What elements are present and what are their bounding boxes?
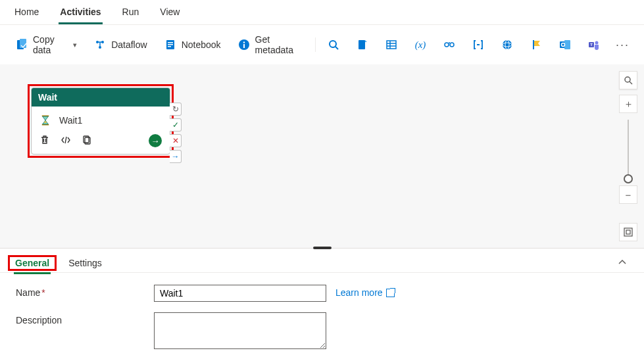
svg-point-37	[625, 77, 630, 82]
dataflow-label: Dataflow	[111, 39, 147, 50]
copy-activity-button[interactable]	[82, 135, 92, 147]
delete-activity-button[interactable]	[39, 135, 50, 147]
svg-point-23	[503, 40, 512, 49]
failure-handle[interactable]: ✕	[170, 134, 182, 147]
get-metadata-label: Get metadata	[255, 34, 303, 55]
flag-icon	[530, 39, 542, 51]
get-metadata-button[interactable]: Get metadata	[232, 30, 310, 59]
properties-panel: General Settings Name* Learn more Descri…	[0, 249, 644, 359]
name-label: Name*	[16, 285, 154, 298]
svg-point-10	[243, 41, 244, 43]
panel-tab-bar: General Settings	[0, 249, 644, 273]
activity-name: Wait1	[59, 115, 82, 126]
script-button[interactable]	[350, 35, 375, 55]
svg-rect-15	[387, 41, 396, 49]
ml-icon	[443, 39, 455, 51]
info-icon	[238, 39, 250, 51]
semantic-model-button[interactable]	[524, 35, 549, 55]
tab-general[interactable]: General	[14, 254, 51, 274]
svg-rect-1	[20, 39, 26, 48]
toolbar-divider	[315, 37, 316, 52]
svg-line-13	[335, 47, 338, 49]
zoom-slider-thumb[interactable]	[624, 174, 633, 183]
svg-line-38	[630, 82, 632, 84]
functions-button[interactable]	[466, 35, 491, 55]
variable-icon: (x)	[414, 39, 426, 51]
collapse-panel-button[interactable]	[612, 255, 632, 272]
view-code-button[interactable]	[61, 135, 71, 147]
chevron-down-icon: ▾	[73, 41, 77, 49]
dataflow-icon	[94, 39, 106, 51]
zoom-out-button[interactable]: −	[619, 185, 637, 204]
tab-home[interactable]: Home	[13, 7, 40, 24]
activity-type-header: Wait	[32, 88, 170, 107]
brackets-icon	[472, 39, 484, 51]
tab-activities[interactable]: Activities	[59, 7, 102, 24]
notebook-button[interactable]: Notebook	[158, 35, 228, 55]
tab-view[interactable]: View	[159, 7, 181, 24]
outlook-button[interactable]	[553, 35, 578, 55]
canvas-search-button[interactable]	[619, 71, 637, 89]
copy-data-label: Copy data	[33, 34, 68, 55]
description-textarea[interactable]	[154, 312, 326, 349]
svg-rect-39	[624, 228, 632, 236]
svg-text:T: T	[590, 43, 593, 47]
globe-icon	[501, 39, 513, 51]
completion-handle[interactable]: ↻	[170, 103, 182, 116]
description-label: Description	[16, 312, 154, 325]
fit-to-screen-button[interactable]	[619, 223, 637, 241]
more-button[interactable]: ···	[610, 38, 635, 52]
teams-button[interactable]: T	[582, 35, 607, 55]
notebook-label: Notebook	[182, 39, 221, 50]
search-icon	[328, 39, 339, 51]
general-tab-highlight: General	[8, 255, 57, 271]
tab-run[interactable]: Run	[121, 7, 141, 24]
learn-more-link[interactable]: Learn more	[335, 285, 395, 298]
svg-point-21	[449, 42, 450, 43]
panel-resize-handle[interactable]	[313, 247, 332, 249]
required-indicator: *	[41, 287, 45, 298]
variable-button[interactable]: (x)	[408, 35, 433, 55]
svg-rect-7	[168, 44, 173, 45]
ml-button[interactable]	[437, 35, 462, 55]
svg-rect-11	[243, 44, 245, 48]
svg-rect-28	[564, 40, 570, 49]
svg-rect-6	[168, 42, 173, 43]
general-form: Name* Learn more Description	[0, 273, 644, 359]
activity-output-handles: ↻ ✓ ✕ →	[170, 103, 182, 163]
wait-activity[interactable]: Wait Wait1	[31, 87, 170, 155]
table-icon	[385, 39, 397, 51]
svg-rect-26	[533, 40, 534, 49]
zoom-slider[interactable]	[628, 120, 629, 179]
success-handle[interactable]: ✓	[170, 118, 182, 132]
zoom-in-button[interactable]: ＋	[619, 95, 637, 113]
hourglass-icon	[39, 114, 51, 126]
stored-procedure-button[interactable]	[379, 35, 404, 55]
svg-rect-22	[477, 44, 480, 45]
web-button[interactable]	[495, 35, 520, 55]
dataflow-button[interactable]: Dataflow	[87, 35, 153, 55]
pipeline-canvas[interactable]: Wait Wait1	[0, 64, 644, 249]
svg-point-20	[450, 43, 454, 47]
notebook-icon	[164, 39, 176, 51]
canvas-side-controls: ＋ −	[619, 71, 637, 204]
run-activity-button[interactable]: →	[149, 134, 162, 147]
activities-toolbar: Copy data ▾ Dataflow Notebook Get metada…	[0, 25, 644, 64]
copy-data-icon	[16, 39, 28, 51]
svg-rect-40	[626, 230, 630, 234]
svg-point-12	[330, 41, 336, 47]
outlook-icon	[559, 39, 571, 51]
svg-rect-14	[359, 40, 365, 49]
external-link-icon	[386, 289, 395, 297]
activity-highlight-box: Wait Wait1	[28, 84, 174, 158]
tab-settings[interactable]: Settings	[67, 254, 103, 272]
copy-data-button[interactable]: Copy data ▾	[9, 30, 84, 59]
svg-point-32	[595, 41, 598, 45]
lookup-button[interactable]	[321, 35, 346, 55]
svg-point-19	[445, 43, 449, 47]
skip-handle[interactable]: →	[170, 150, 182, 163]
teams-icon: T	[588, 39, 600, 51]
name-input[interactable]	[154, 285, 326, 302]
svg-rect-8	[168, 46, 171, 47]
main-tab-bar: Home Activities Run View	[0, 0, 644, 25]
